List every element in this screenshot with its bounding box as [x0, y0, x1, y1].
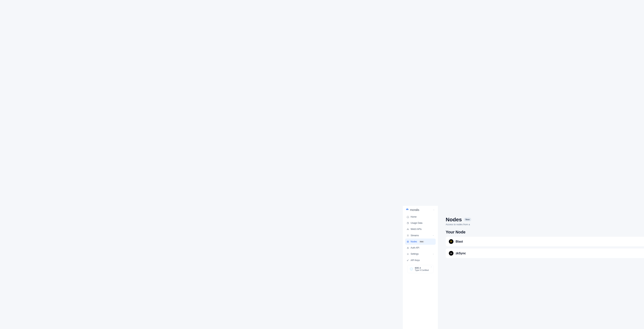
collapse-sidebar-button[interactable] — [432, 208, 435, 212]
nav-nodes[interactable]: Nodes New — [405, 238, 436, 244]
nav-label: Nodes — [410, 240, 417, 243]
nav-api-keys[interactable]: API Keys — [405, 257, 436, 263]
nodes-icon — [406, 240, 409, 243]
nav-home[interactable]: Home — [405, 214, 436, 220]
web3-icon — [406, 228, 409, 230]
nav: Home Usage Data Web3 APIs Streams Nodes … — [403, 214, 438, 329]
svg-rect-5 — [407, 241, 409, 242]
new-badge: New — [419, 240, 424, 243]
streams-icon — [406, 234, 409, 236]
svg-point-3 — [408, 230, 409, 230]
nav-settings[interactable]: Settings — [405, 251, 436, 257]
nav-label: API Keys — [410, 259, 420, 262]
svg-point-9 — [407, 260, 408, 261]
nav-streams[interactable]: Streams — [405, 232, 436, 238]
key-icon — [406, 259, 409, 261]
external-link-icon — [430, 266, 432, 268]
nav-label: Home — [410, 216, 416, 218]
nav-web3-apis[interactable]: Web3 APIs — [405, 226, 436, 232]
svg-point-1 — [408, 229, 408, 230]
svg-point-4 — [407, 230, 407, 230]
gear-icon — [406, 253, 409, 255]
nav-usage-data[interactable]: Usage Data — [405, 220, 436, 226]
soc-line2: Type II Certified — [415, 269, 429, 271]
nav-label: Usage Data — [410, 222, 422, 224]
logo[interactable]: moralis — [406, 208, 419, 212]
modal-overlay: Start creating your node Support ✕ Selec… — [438, 206, 644, 329]
svg-rect-7 — [407, 248, 408, 249]
logo-icon — [406, 208, 409, 212]
nav-label: Web3 APIs — [410, 228, 422, 231]
home-icon — [406, 216, 409, 218]
nav-label: Streams — [410, 234, 419, 237]
nav-label: Auth API — [410, 247, 419, 249]
main: What's new Upgrade Plan BHA Nodes New Ac… — [438, 206, 644, 329]
chevron-down-icon — [432, 234, 434, 236]
nav-auth-api[interactable]: Auth API — [405, 245, 436, 251]
nav-label: Settings — [410, 253, 418, 256]
svg-point-8 — [408, 254, 408, 254]
logo-text: moralis — [410, 208, 419, 212]
soc2-badge-card[interactable]: SOC 2 Type II Certified — [408, 265, 434, 273]
sidebar: moralis Home Usage Data Web3 APIs Stream… — [403, 206, 438, 329]
lock-icon — [406, 247, 409, 249]
soc-line1: SOC 2 — [415, 267, 429, 269]
svg-rect-6 — [408, 242, 408, 242]
svg-point-2 — [408, 228, 408, 228]
shield-check-icon — [410, 267, 413, 271]
usage-icon — [406, 222, 409, 224]
chevron-down-icon — [432, 253, 434, 255]
